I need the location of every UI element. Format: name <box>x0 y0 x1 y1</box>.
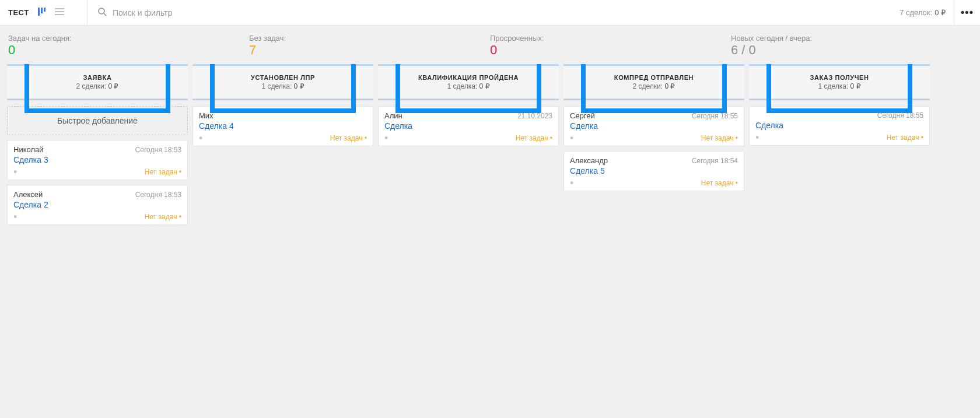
column-title: ЗАЯВКА <box>83 74 112 81</box>
card-time: Сегодня 18:54 <box>692 157 738 165</box>
column-title: КВАЛИФИКАЦИЯ ПРОЙДЕНА <box>418 74 519 81</box>
svg-rect-3 <box>55 8 64 9</box>
search-wrap <box>88 8 891 18</box>
column-subtitle: 2 сделки: 0 ₽ <box>76 82 119 90</box>
kanban-view-icon[interactable] <box>37 7 47 18</box>
svg-rect-4 <box>55 11 64 12</box>
column-header[interactable]: КВАЛИФИКАЦИЯ ПРОЙДЕНА 1 сделка: 0 ₽ <box>378 64 559 100</box>
card-contact: Мих <box>199 111 214 120</box>
column-header[interactable]: ЗАЯВКА 2 сделки: 0 ₽ <box>7 64 188 100</box>
topbar-left: ТЕСТ <box>0 0 88 25</box>
search-icon <box>98 8 107 18</box>
stat-value: 7 <box>249 43 490 57</box>
column-title: УСТАНОВЛЕН ЛПР <box>251 74 315 81</box>
deal-card[interactable]: Сергей Сегодня 18:55 Сделка • Нет задач … <box>564 106 744 146</box>
deal-link[interactable]: Сделка 4 <box>199 121 367 131</box>
summary-amount: 0 ₽ <box>935 8 946 17</box>
summary-label: 7 сделок: <box>900 8 932 17</box>
deal-card[interactable]: Сегодня 18:55 Сделка • Нет задач • <box>749 106 930 146</box>
card-time: 21.10.2023 <box>517 112 552 120</box>
card-time: Сегодня 18:53 <box>135 191 181 199</box>
stat-tasks-today: Задач на сегодня: 0 <box>8 34 249 57</box>
deals-summary: 7 сделок: 0 ₽ <box>891 0 954 25</box>
card-time: Сегодня 18:55 <box>877 111 923 120</box>
deal-card[interactable]: Николай Сегодня 18:53 Сделка 3 • Нет зад… <box>7 140 188 180</box>
column-lpr: УСТАНОВЛЕН ЛПР 1 сделка: 0 ₽ Мих Сделка … <box>192 64 373 151</box>
card-contact: Алексей <box>13 190 43 199</box>
deal-link[interactable]: Сделка <box>384 121 552 131</box>
pipeline-title: ТЕСТ <box>8 8 29 17</box>
no-tasks-badge: Нет задач • <box>516 134 552 142</box>
card-time: Сегодня 18:53 <box>135 146 181 154</box>
column-header[interactable]: УСТАНОВЛЕН ЛПР 1 сделка: 0 ₽ <box>192 64 373 100</box>
svg-rect-2 <box>44 8 46 12</box>
stat-label: Без задач: <box>249 34 490 43</box>
stat-value: 6 / 0 <box>731 43 972 57</box>
no-tasks-badge: Нет задач • <box>701 134 738 142</box>
deal-card[interactable]: Александр Сегодня 18:54 Сделка 5 • Нет з… <box>564 151 744 191</box>
column-zakaz: ЗАКАЗ ПОЛУЧЕН 1 сделка: 0 ₽ Сегодня 18:5… <box>749 64 930 150</box>
list-view-icon[interactable] <box>55 8 64 17</box>
deal-link[interactable]: Сделка <box>570 121 738 131</box>
column-title: КОМПРЕД ОТПРАВЛЕН <box>614 74 694 81</box>
stat-new-today: Новых сегодня / вчера: 6 / 0 <box>731 34 972 57</box>
svg-rect-1 <box>41 8 43 13</box>
svg-rect-0 <box>38 8 40 16</box>
stat-value: 0 <box>8 43 249 57</box>
stat-label: Просроченных: <box>490 34 731 43</box>
no-tasks-badge: Нет задач • <box>887 134 923 142</box>
search-input[interactable] <box>113 8 881 17</box>
deal-card[interactable]: Алин 21.10.2023 Сделка • Нет задач • <box>378 106 559 146</box>
svg-line-7 <box>104 13 106 16</box>
column-title: ЗАКАЗ ПОЛУЧЕН <box>810 74 869 81</box>
deal-link[interactable]: Сделка 5 <box>570 166 738 175</box>
no-tasks-badge: Нет задач • <box>330 134 367 142</box>
stat-no-tasks: Без задач: 7 <box>249 34 490 57</box>
column-header[interactable]: ЗАКАЗ ПОЛУЧЕН 1 сделка: 0 ₽ <box>749 64 930 100</box>
column-header[interactable]: КОМПРЕД ОТПРАВЛЕН 2 сделки: 0 ₽ <box>564 64 744 100</box>
column-kvalifikaciya: КВАЛИФИКАЦИЯ ПРОЙДЕНА 1 сделка: 0 ₽ Алин… <box>378 64 559 151</box>
deal-card[interactable]: Алексей Сегодня 18:53 Сделка 2 • Нет зад… <box>7 185 188 225</box>
topbar: ТЕСТ 7 сделок: 0 ₽ ••• <box>0 0 980 26</box>
deal-card[interactable]: Мих Сделка 4 • Нет задач • <box>192 106 373 146</box>
column-subtitle: 2 сделки: 0 ₽ <box>633 82 676 90</box>
kanban-board: ЗАЯВКА 2 сделки: 0 ₽ Быстрое добавление … <box>0 64 980 244</box>
stat-value: 0 <box>490 43 731 57</box>
card-contact: Николай <box>13 145 44 154</box>
card-time: Сегодня 18:55 <box>692 112 738 120</box>
no-tasks-badge: Нет задач • <box>701 179 738 187</box>
stat-label: Задач на сегодня: <box>8 34 249 43</box>
column-kompred: КОМПРЕД ОТПРАВЛЕН 2 сделки: 0 ₽ Сергей С… <box>564 64 744 196</box>
no-tasks-badge: Нет задач • <box>145 213 181 221</box>
stats-row: Задач на сегодня: 0 Без задач: 7 Просроч… <box>0 26 980 64</box>
stat-label: Новых сегодня / вчера: <box>731 34 972 43</box>
column-subtitle: 1 сделка: 0 ₽ <box>261 82 304 90</box>
deal-link[interactable]: Сделка 3 <box>13 155 181 164</box>
quick-add-button[interactable]: Быстрое добавление <box>7 106 188 135</box>
column-zayavka: ЗАЯВКА 2 сделки: 0 ₽ Быстрое добавление … <box>7 64 188 230</box>
stat-overdue: Просроченных: 0 <box>490 34 731 57</box>
svg-rect-5 <box>55 14 64 15</box>
column-subtitle: 1 сделка: 0 ₽ <box>447 82 489 90</box>
card-contact: Алин <box>384 111 402 120</box>
card-contact: Александр <box>570 156 608 165</box>
svg-point-6 <box>99 8 104 14</box>
more-menu-button[interactable]: ••• <box>954 0 980 26</box>
deal-link[interactable]: Сделка <box>755 121 923 130</box>
deal-link[interactable]: Сделка 2 <box>13 200 181 209</box>
no-tasks-badge: Нет задач • <box>145 168 181 176</box>
column-subtitle: 1 сделка: 0 ₽ <box>818 82 860 90</box>
card-contact: Сергей <box>570 111 595 120</box>
